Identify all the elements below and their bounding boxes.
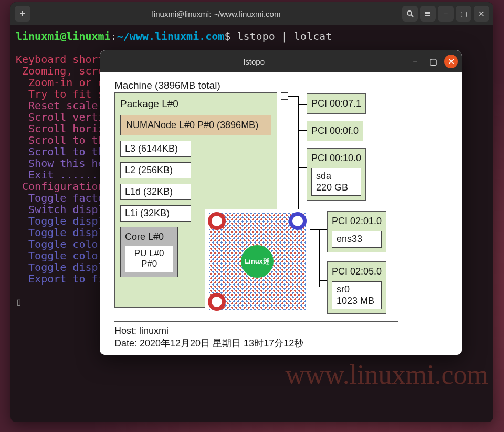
svg-line-3 xyxy=(411,15,413,17)
device-box: sda 220 GB xyxy=(311,168,361,196)
pci-label: PCI 00:10.0 xyxy=(311,153,361,164)
prompt-path: ~/www.linuxmi.com xyxy=(117,30,225,43)
cache-l1i: L1i (32KB) xyxy=(120,205,191,222)
minimize-button[interactable]: − xyxy=(438,6,454,22)
prompt-user: linuxmi@linuxmi xyxy=(16,30,111,43)
bus-line xyxy=(298,167,307,168)
close-button[interactable]: ✕ xyxy=(444,55,458,68)
pu-line2: P#0 xyxy=(130,259,169,269)
footer-date: Date: 2020年12月20日 星期日 13时17分12秒 xyxy=(114,338,398,350)
qr-label: Linux迷 xyxy=(241,245,274,278)
root-node-icon xyxy=(281,92,288,100)
bus-line xyxy=(319,229,327,230)
numa-node: NUMANode L#0 P#0 (3896MB) xyxy=(120,115,271,135)
search-icon[interactable] xyxy=(402,6,418,22)
bus-line xyxy=(298,130,307,131)
pci-group: PCI 02:01.0 ens33 xyxy=(327,211,386,252)
cache-l1d: L1d (32KB) xyxy=(120,184,191,200)
device-box: ens33 xyxy=(332,231,382,248)
lstopo-title: lstopo xyxy=(104,57,404,66)
cache-l3: L3 (6144KB) xyxy=(120,141,191,157)
maximize-button[interactable]: ▢ xyxy=(426,55,440,68)
device-box: sr0 1023 MB xyxy=(332,281,382,309)
lstopo-body[interactable]: Machine (3896MB total) Package L#0 NUMAN… xyxy=(100,72,462,355)
svg-rect-5 xyxy=(425,13,430,14)
device-size: 1023 MB xyxy=(337,296,377,307)
bus-line xyxy=(319,229,320,287)
svg-rect-6 xyxy=(425,15,430,16)
lstopo-footer: Host: linuxmi Date: 2020年12月20日 星期日 13时1… xyxy=(114,321,398,350)
svg-rect-4 xyxy=(425,12,430,13)
device-size: 220 GB xyxy=(316,182,356,194)
terminal-titlebar: linuxmi@linuxmi: ~/www.linuxmi.com − ▢ ✕ xyxy=(10,2,494,25)
bus-line xyxy=(298,104,307,105)
pu-box: PU L#0 P#0 xyxy=(125,246,173,272)
maximize-button[interactable]: ▢ xyxy=(456,6,471,22)
core-label: Core L#0 xyxy=(125,231,173,243)
device-name: ens33 xyxy=(337,234,377,245)
watermark-text: www.linuxmi.com xyxy=(285,359,488,390)
pci-group: PCI 00:07.1 xyxy=(307,93,366,114)
bus-line xyxy=(288,96,299,97)
pci-group: PCI 00:10.0 sda 220 GB xyxy=(307,148,366,201)
minimize-button[interactable]: − xyxy=(408,55,422,68)
svg-point-2 xyxy=(407,11,412,15)
pci-group: PCI 00:0f.0 xyxy=(307,121,363,141)
command-text: lstopo | lolcat xyxy=(237,30,332,43)
machine-label: Machine (3896MB total) xyxy=(114,80,220,91)
terminal-title: linuxmi@linuxmi: ~/www.linuxmi.com xyxy=(30,9,402,18)
bus-line xyxy=(319,280,327,281)
pci-group: PCI 02:05.0 sr0 1023 MB xyxy=(327,261,386,314)
lstopo-titlebar: lstopo − ▢ ✕ xyxy=(100,50,462,72)
new-tab-button[interactable] xyxy=(15,6,30,22)
pci-label: PCI 02:01.0 xyxy=(332,216,382,227)
qr-code-icon: Linux迷 xyxy=(205,209,310,314)
pci-label: PCI 00:07.1 xyxy=(311,98,361,109)
pci-label: PCI 00:0f.0 xyxy=(311,125,359,136)
menu-icon[interactable] xyxy=(420,6,436,22)
close-button[interactable]: ✕ xyxy=(474,6,489,22)
pci-label: PCI 02:05.0 xyxy=(332,266,382,277)
svg-rect-1 xyxy=(20,13,25,14)
cache-l2: L2 (256KB) xyxy=(120,162,191,178)
device-name: sda xyxy=(316,171,356,182)
lstopo-window: lstopo − ▢ ✕ Machine (3896MB total) Pack… xyxy=(100,50,462,355)
device-name: sr0 xyxy=(337,284,377,296)
package-label: Package L#0 xyxy=(120,98,271,110)
pu-line1: PU L#0 xyxy=(130,248,169,259)
footer-host: Host: linuxmi xyxy=(114,325,398,337)
core-box: Core L#0 PU L#0 P#0 xyxy=(120,227,178,277)
